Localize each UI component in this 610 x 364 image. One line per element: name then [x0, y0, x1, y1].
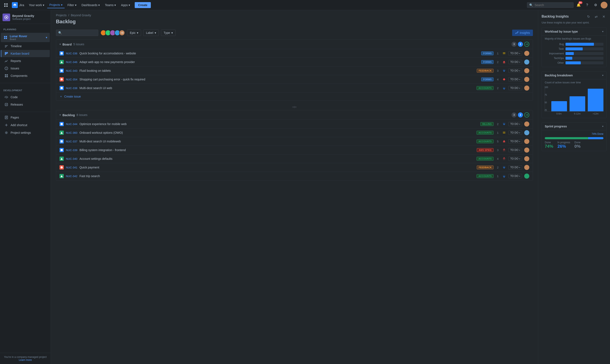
filter-search-input[interactable]: [64, 31, 96, 35]
nav-apps[interactable]: Apps ▾: [119, 2, 132, 8]
board-issue-count: 5 issues: [73, 42, 84, 46]
sidebar-item-components[interactable]: Components: [1, 72, 50, 79]
epic-tag[interactable]: ACCOUNTS: [476, 131, 493, 135]
backlog-section-header[interactable]: ▾ Backlog 8 issues 3 2 +0: [56, 110, 533, 120]
bar-row-other: Other: [545, 61, 603, 64]
issue-key[interactable]: NUC-354: [66, 78, 77, 81]
sidebar-item-code[interactable]: Code: [1, 93, 50, 101]
issue-key[interactable]: NUC-339: [66, 149, 77, 152]
panel-refresh-icon[interactable]: ↻: [585, 13, 591, 19]
breadcrumb-project[interactable]: Beyond Gravity: [71, 13, 91, 17]
status-badge[interactable]: TO DO ▾: [508, 148, 522, 152]
learn-more-link[interactable]: Learn more: [19, 359, 32, 362]
sidebar-board-header[interactable]: Lunar Rover Board ▾: [1, 33, 50, 42]
status-badge[interactable]: TO DO ▾: [508, 69, 522, 73]
search-input[interactable]: [535, 3, 571, 7]
insights-button[interactable]: Insights: [512, 30, 533, 36]
notification-button[interactable]: 🔔 9+: [575, 2, 582, 9]
nav-dashboards[interactable]: Dashboards ▾: [80, 2, 102, 8]
table-row: NUC-354 Shopping cart purchasing error -…: [56, 75, 533, 84]
issue-key[interactable]: NUC-336: [66, 52, 77, 55]
sidebar-footer: You're in a company-managed project Lear…: [0, 353, 51, 364]
issue-key[interactable]: NUC-344: [66, 123, 77, 126]
apps-grid-icon[interactable]: [2, 2, 9, 9]
epic-tag[interactable]: AWS SPIKE: [477, 148, 493, 152]
issue-key[interactable]: NUC-346: [66, 61, 77, 64]
breadcrumb-projects[interactable]: Projects: [56, 13, 67, 17]
status-badge[interactable]: TO DO ▾: [508, 77, 522, 81]
epic-tag[interactable]: FEEDBACK: [477, 69, 493, 73]
settings-button[interactable]: ⚙: [592, 2, 599, 9]
epic-tag[interactable]: ACCOUNTS: [476, 157, 493, 161]
priority-high-icon: [502, 156, 506, 161]
sidebar-item-add-shortcut[interactable]: Add shortcut: [1, 121, 50, 129]
jira-logo[interactable]: Jira: [12, 2, 24, 8]
status-caret-icon: ▾: [519, 158, 520, 160]
sidebar-item-reports[interactable]: Reports: [1, 57, 50, 65]
status-badge[interactable]: TO DO ▾: [508, 165, 522, 169]
filter-search-icon: 🔍: [58, 31, 62, 35]
search-box[interactable]: 🔍: [527, 2, 574, 8]
table-row: NUC-341 Quick payment FEEDBACK 2 TO DO: [56, 163, 533, 172]
help-button[interactable]: ?: [584, 2, 591, 9]
status-badge[interactable]: TO DO ▾: [508, 51, 522, 55]
epic-tag[interactable]: BILLING: [480, 122, 493, 126]
label-filter[interactable]: Label ▾: [143, 30, 159, 36]
epic-tag[interactable]: FORMS: [481, 60, 493, 64]
nav-your-work[interactable]: Your work ▾: [27, 2, 46, 8]
type-filter[interactable]: Type ▾: [161, 30, 176, 36]
panel-close-icon[interactable]: ✕: [601, 13, 607, 19]
drag-handle[interactable]: [51, 104, 538, 110]
status-badge[interactable]: TO DO ▾: [508, 130, 522, 135]
panel-filter-icon[interactable]: ⇄: [593, 13, 599, 19]
breakdown-section-header[interactable]: Backlog breakdown ▾: [542, 72, 606, 79]
nav-filter[interactable]: Filter ▾: [66, 2, 79, 8]
issue-key[interactable]: NUC-342: [66, 175, 77, 178]
status-badge[interactable]: TO DO ▾: [508, 122, 522, 126]
epic-tag[interactable]: FORMS: [481, 78, 493, 81]
issue-title: Multi-dest search UI web: [80, 86, 474, 90]
sidebar-item-pages[interactable]: Pages: [1, 114, 50, 121]
nav-projects[interactable]: Projects ▾: [47, 2, 65, 8]
issue-key[interactable]: NUC-338: [66, 87, 77, 90]
avatar-more[interactable]: +3: [119, 30, 125, 36]
epic-tag[interactable]: ACCOUNTS: [476, 174, 493, 178]
svg-rect-45: [61, 87, 63, 89]
epic-filter[interactable]: Epic ▾: [127, 30, 141, 36]
sidebar-item-issues[interactable]: Issues: [1, 65, 50, 72]
epic-tag[interactable]: ACCOUNTS: [476, 86, 493, 90]
sidebar-item-kanban[interactable]: Kanban board: [1, 50, 50, 57]
priority-high-icon: [502, 148, 506, 152]
issue-key[interactable]: NUC-341: [66, 166, 77, 169]
type-chevron-icon: ▾: [171, 31, 173, 35]
status-badge[interactable]: TO DO ▾: [508, 139, 522, 143]
create-issue-button[interactable]: ＋ Create issue: [56, 92, 533, 101]
sidebar-item-timeline[interactable]: Timeline: [1, 42, 50, 50]
create-button[interactable]: Create: [135, 2, 151, 8]
svg-rect-12: [5, 47, 6, 47]
sidebar-item-releases[interactable]: Releases: [1, 101, 50, 108]
epic-tag[interactable]: FORMS: [481, 52, 493, 55]
issue-key[interactable]: NUC-340: [66, 157, 77, 160]
bar-row-improvement: Improvement: [545, 52, 603, 55]
issue-type-icon: [59, 156, 64, 161]
issue-key[interactable]: NUC-343: [66, 69, 77, 72]
filter-search-box[interactable]: 🔍: [56, 30, 98, 36]
epic-tag[interactable]: FEEDBACK: [477, 166, 493, 169]
issue-key[interactable]: NUC-337: [66, 140, 77, 143]
workload-section-header[interactable]: Workload by issue type ▾: [542, 28, 606, 36]
user-avatar[interactable]: [601, 2, 608, 9]
status-badge[interactable]: TO DO ▾: [508, 174, 522, 178]
status-badge[interactable]: TO DO ▾: [508, 156, 522, 161]
board-section-header[interactable]: ▾ Board 5 issues 3 2 +0: [56, 39, 533, 49]
issue-key[interactable]: NUC-360: [66, 131, 77, 134]
sidebar-item-project-settings[interactable]: Project settings: [1, 129, 50, 136]
project-header: Beyond Gravity Software project: [0, 10, 51, 24]
epic-tag[interactable]: ACCOUNTS: [476, 140, 493, 143]
svg-rect-54: [61, 123, 63, 125]
breakdown-chart: 100 75 50 25: [542, 84, 606, 118]
sprint-section-header[interactable]: Sprint progress ▾: [542, 123, 606, 130]
nav-teams[interactable]: Teams ▾: [103, 2, 118, 8]
status-badge[interactable]: TO DO ▾: [508, 86, 522, 90]
status-badge[interactable]: TO DO ▾: [508, 60, 522, 64]
